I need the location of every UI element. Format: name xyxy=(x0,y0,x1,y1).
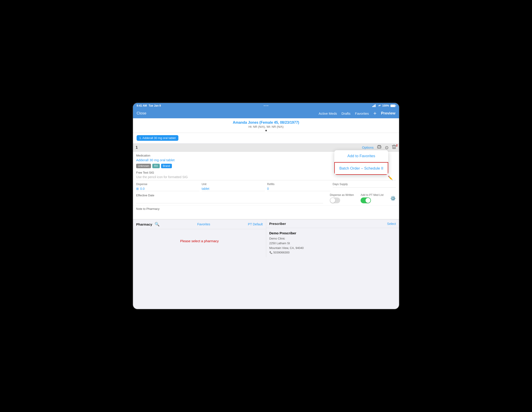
more-options-icon[interactable]: ⊙ xyxy=(385,145,389,150)
prescriber-body: Demo Prescriber Demo Clinic 2250 Latham … xyxy=(266,228,399,257)
svg-rect-3 xyxy=(375,104,376,107)
pharmacy-section: Pharmacy 🔍 Favorites PT Default Please s… xyxy=(133,219,266,257)
pharmacy-body: Please select a pharmacy xyxy=(133,229,266,256)
batch-order-item[interactable]: Batch Order – Schedule II xyxy=(334,162,388,175)
phone-icon xyxy=(269,251,273,254)
svg-point-6 xyxy=(380,147,381,147)
grid-icon: ⊞ xyxy=(136,187,139,190)
prescriber-title: Prescriber xyxy=(269,222,286,226)
wifi-icon xyxy=(377,104,381,107)
patient-vitals: Ht: NR (N/A), Wt: NR (N/A) xyxy=(133,125,399,128)
tag-unknown: Unknown xyxy=(136,164,151,168)
patient-name: Amanda Jones (Female 45, 08/23/1977) xyxy=(133,120,399,125)
edit-sig-icon[interactable]: ✏️ xyxy=(388,176,393,180)
prescriber-clinic: Demo Clinic xyxy=(269,236,396,241)
dispense-as-written-label: Dispense as Written xyxy=(330,193,354,196)
settings-icon[interactable]: ⚙️ xyxy=(390,196,396,201)
refills-field: Refills 0 xyxy=(267,183,331,191)
days-supply-label: Days Supply xyxy=(333,183,396,186)
status-time: 9:41 AM xyxy=(137,104,147,107)
svg-rect-2 xyxy=(374,105,375,107)
effective-date-label: Effective Date xyxy=(136,194,323,197)
options-link[interactable]: Options xyxy=(362,146,374,149)
prescriber-phone-row: 5039066300 xyxy=(269,251,396,254)
battery-icon xyxy=(390,105,395,107)
print-icon[interactable] xyxy=(377,144,382,150)
preview-button[interactable]: Preview xyxy=(381,111,395,116)
form-grid: Dispense ⊞ 0.0 Unit tablet Refills 0 Day… xyxy=(136,183,396,191)
days-supply-field: Days Supply xyxy=(333,183,396,191)
nav-bar: Close Active Meds Drafts Favorites + Pre… xyxy=(133,108,399,118)
signal-icon xyxy=(372,104,376,107)
svg-rect-5 xyxy=(378,147,380,148)
toggles-row: Effective Date Dispense as Written Add t… xyxy=(136,193,396,203)
status-dot-3 xyxy=(267,105,268,106)
unit-value[interactable]: tablet xyxy=(202,186,265,191)
refills-value[interactable]: 0 xyxy=(267,186,331,191)
prescriber-address2: Mountain View, CA, 94040 xyxy=(269,246,396,251)
add-pt-med-list-label: Add to PT Med List xyxy=(361,193,383,196)
status-bar: 9:41 AM Tue Jan 9 100% xyxy=(133,103,399,108)
order-section: 1 Options ⊙ xyxy=(133,144,399,219)
note-to-pharmacy-section: Note to Pharmacy xyxy=(133,206,399,219)
prescriber-address1: 2250 Latham St xyxy=(269,241,396,246)
active-meds-link[interactable]: Active Meds xyxy=(319,112,337,115)
pharmacy-header: Pharmacy 🔍 Favorites PT Default xyxy=(133,219,266,229)
days-supply-value[interactable] xyxy=(333,186,396,187)
status-dot-2 xyxy=(266,105,266,106)
order-badge: 2 xyxy=(396,144,398,147)
pharmacy-pt-default-link[interactable]: PT Default xyxy=(248,222,263,226)
prescriber-section: Prescriber Select Demo Prescriber Demo C… xyxy=(266,219,399,257)
pharmacy-search-icon[interactable]: 🔍 xyxy=(155,222,160,227)
dispense-as-written-toggle[interactable] xyxy=(330,197,340,203)
med-tag[interactable]: 1. Adderall 30 mg oral tablet xyxy=(137,135,178,141)
bottom-sections: Pharmacy 🔍 Favorites PT Default Please s… xyxy=(133,219,399,257)
pharmacy-title: Pharmacy xyxy=(136,222,152,226)
prescriber-select-link[interactable]: Select xyxy=(387,222,396,226)
page-dot-active xyxy=(265,130,267,131)
delete-icon[interactable] xyxy=(392,144,396,150)
add-button[interactable]: + xyxy=(373,110,377,117)
free-sig-placeholder[interactable]: Use the pencil icon for formatted SIG xyxy=(136,175,396,180)
unit-label: Unit xyxy=(202,183,265,186)
battery-percent: 100% xyxy=(382,104,389,107)
dispense-label: Dispense xyxy=(136,183,200,186)
refills-label: Refills xyxy=(267,183,331,186)
drafts-link[interactable]: Drafts xyxy=(342,112,351,115)
status-date: Tue Jan 9 xyxy=(149,104,161,107)
popup-menu: Add to Favorites Batch Order – Schedule … xyxy=(334,150,388,175)
order-number: 1 xyxy=(136,146,138,149)
favorites-link[interactable]: Favorites xyxy=(355,112,369,115)
prescriber-header: Prescriber Select xyxy=(266,219,399,228)
add-to-favorites-item[interactable]: Add to Favorites xyxy=(334,150,388,162)
prescriber-name: Demo Prescriber xyxy=(269,231,396,235)
tag-brand: Brand xyxy=(161,164,172,168)
note-label: Note to Pharmacy xyxy=(136,207,396,210)
unit-field: Unit tablet xyxy=(202,183,265,191)
patient-header: Amanda Jones (Female 45, 08/23/1977) Ht:… xyxy=(133,118,399,133)
effective-date-input[interactable] xyxy=(136,198,323,203)
pharmacy-favorites-link[interactable]: Favorites xyxy=(197,222,210,226)
prescriber-phone: 5039066300 xyxy=(273,251,290,254)
svg-rect-1 xyxy=(373,106,374,107)
svg-rect-0 xyxy=(372,106,373,107)
med-tag-bar: 1. Adderall 30 mg oral tablet xyxy=(133,133,399,143)
dispense-field: Dispense ⊞ 0.0 xyxy=(136,183,200,191)
add-pt-med-list-toggle[interactable] xyxy=(361,197,371,203)
status-dot-1 xyxy=(264,105,265,106)
close-button[interactable]: Close xyxy=(137,111,146,116)
pharmacy-placeholder: Please select a pharmacy xyxy=(136,232,263,243)
dispense-value: 0.0 xyxy=(140,187,144,190)
tag-rx: RX xyxy=(152,164,160,168)
